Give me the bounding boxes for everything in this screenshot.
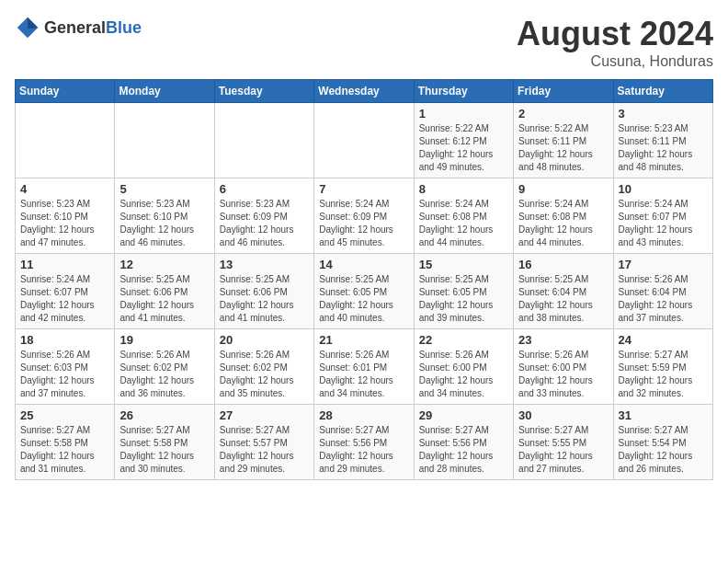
day-detail: Sunrise: 5:23 AM Sunset: 6:11 PM Dayligh… [619, 122, 708, 174]
calendar-cell: 24Sunrise: 5:27 AM Sunset: 5:59 PM Dayli… [613, 329, 712, 405]
calendar-cell: 2Sunrise: 5:22 AM Sunset: 6:11 PM Daylig… [514, 103, 613, 178]
calendar-cell: 7Sunrise: 5:24 AM Sunset: 6:09 PM Daylig… [314, 178, 414, 254]
day-number: 19 [119, 333, 209, 347]
day-detail: Sunrise: 5:27 AM Sunset: 5:59 PM Dayligh… [619, 349, 708, 400]
calendar-cell: 5Sunrise: 5:23 AM Sunset: 6:10 PM Daylig… [115, 178, 214, 254]
weekday-header-saturday: Saturday [613, 80, 712, 103]
calendar-cell [314, 103, 414, 178]
calendar-cell: 17Sunrise: 5:26 AM Sunset: 6:04 PM Dayli… [613, 254, 712, 329]
day-number: 25 [20, 408, 109, 422]
day-detail: Sunrise: 5:26 AM Sunset: 6:02 PM Dayligh… [119, 349, 209, 400]
day-detail: Sunrise: 5:26 AM Sunset: 6:02 PM Dayligh… [220, 349, 309, 400]
calendar-cell: 31Sunrise: 5:27 AM Sunset: 5:54 PM Dayli… [613, 405, 712, 480]
calendar-cell: 27Sunrise: 5:27 AM Sunset: 5:57 PM Dayli… [214, 405, 313, 480]
calendar-cell: 6Sunrise: 5:23 AM Sunset: 6:09 PM Daylig… [214, 178, 313, 254]
day-number: 9 [518, 182, 608, 196]
day-detail: Sunrise: 5:25 AM Sunset: 6:04 PM Dayligh… [518, 273, 608, 325]
day-detail: Sunrise: 5:25 AM Sunset: 6:05 PM Dayligh… [419, 273, 508, 325]
weekday-header-friday: Friday [514, 80, 613, 103]
calendar-week-row: 4Sunrise: 5:23 AM Sunset: 6:10 PM Daylig… [16, 178, 713, 254]
day-detail: Sunrise: 5:24 AM Sunset: 6:09 PM Dayligh… [319, 198, 408, 249]
day-number: 11 [20, 258, 109, 271]
day-detail: Sunrise: 5:26 AM Sunset: 6:00 PM Dayligh… [419, 349, 508, 400]
calendar-table: SundayMondayTuesdayWednesdayThursdayFrid… [15, 79, 713, 480]
calendar-week-row: 11Sunrise: 5:24 AM Sunset: 6:07 PM Dayli… [16, 254, 713, 329]
weekday-header-tuesday: Tuesday [214, 80, 313, 103]
day-detail: Sunrise: 5:26 AM Sunset: 6:00 PM Dayligh… [518, 349, 608, 400]
page-header: GeneralBlue August 2024 Cusuna, Honduras [15, 15, 713, 70]
logo-icon [15, 15, 40, 40]
calendar-cell: 18Sunrise: 5:26 AM Sunset: 6:03 PM Dayli… [16, 329, 115, 405]
calendar-cell: 22Sunrise: 5:26 AM Sunset: 6:00 PM Dayli… [414, 329, 513, 405]
calendar-cell: 20Sunrise: 5:26 AM Sunset: 6:02 PM Dayli… [214, 329, 313, 405]
day-detail: Sunrise: 5:27 AM Sunset: 5:58 PM Dayligh… [20, 424, 109, 476]
calendar-cell: 1Sunrise: 5:22 AM Sunset: 6:12 PM Daylig… [414, 103, 513, 178]
day-detail: Sunrise: 5:22 AM Sunset: 6:11 PM Dayligh… [518, 122, 608, 174]
calendar-title: August 2024 [517, 15, 713, 53]
day-detail: Sunrise: 5:24 AM Sunset: 6:08 PM Dayligh… [518, 198, 608, 249]
weekday-header-wednesday: Wednesday [314, 80, 414, 103]
day-detail: Sunrise: 5:24 AM Sunset: 6:07 PM Dayligh… [619, 198, 708, 249]
calendar-cell: 15Sunrise: 5:25 AM Sunset: 6:05 PM Dayli… [414, 254, 513, 329]
day-number: 8 [419, 182, 508, 196]
day-detail: Sunrise: 5:24 AM Sunset: 6:07 PM Dayligh… [20, 273, 109, 325]
calendar-week-row: 1Sunrise: 5:22 AM Sunset: 6:12 PM Daylig… [16, 103, 713, 178]
calendar-cell: 13Sunrise: 5:25 AM Sunset: 6:06 PM Dayli… [214, 254, 313, 329]
title-block: August 2024 Cusuna, Honduras [517, 15, 713, 70]
day-detail: Sunrise: 5:25 AM Sunset: 6:06 PM Dayligh… [119, 273, 209, 325]
day-number: 14 [319, 258, 408, 271]
day-detail: Sunrise: 5:22 AM Sunset: 6:12 PM Dayligh… [419, 122, 508, 174]
calendar-cell: 29Sunrise: 5:27 AM Sunset: 5:56 PM Dayli… [414, 405, 513, 480]
day-detail: Sunrise: 5:27 AM Sunset: 5:57 PM Dayligh… [220, 424, 309, 476]
calendar-cell: 26Sunrise: 5:27 AM Sunset: 5:58 PM Dayli… [115, 405, 214, 480]
day-number: 12 [119, 258, 209, 271]
day-number: 30 [518, 408, 608, 422]
day-number: 6 [220, 182, 309, 196]
calendar-cell: 10Sunrise: 5:24 AM Sunset: 6:07 PM Dayli… [613, 178, 712, 254]
calendar-cell: 12Sunrise: 5:25 AM Sunset: 6:06 PM Dayli… [115, 254, 214, 329]
day-number: 15 [419, 258, 508, 271]
weekday-header-thursday: Thursday [414, 80, 513, 103]
day-number: 4 [20, 182, 109, 196]
day-number: 23 [518, 333, 608, 347]
day-number: 28 [319, 408, 408, 422]
day-detail: Sunrise: 5:27 AM Sunset: 5:58 PM Dayligh… [119, 424, 209, 476]
day-number: 20 [220, 333, 309, 347]
day-detail: Sunrise: 5:26 AM Sunset: 6:04 PM Dayligh… [619, 273, 708, 325]
calendar-cell: 25Sunrise: 5:27 AM Sunset: 5:58 PM Dayli… [16, 405, 115, 480]
day-detail: Sunrise: 5:23 AM Sunset: 6:10 PM Dayligh… [119, 198, 209, 249]
day-detail: Sunrise: 5:27 AM Sunset: 5:55 PM Dayligh… [518, 424, 608, 476]
calendar-cell: 8Sunrise: 5:24 AM Sunset: 6:08 PM Daylig… [414, 178, 513, 254]
day-number: 7 [319, 182, 408, 196]
day-number: 5 [119, 182, 209, 196]
day-number: 18 [20, 333, 109, 347]
calendar-cell: 3Sunrise: 5:23 AM Sunset: 6:11 PM Daylig… [613, 103, 712, 178]
calendar-cell [115, 103, 214, 178]
calendar-cell: 9Sunrise: 5:24 AM Sunset: 6:08 PM Daylig… [514, 178, 613, 254]
day-number: 31 [619, 408, 708, 422]
logo-text-general: General [44, 18, 106, 37]
day-number: 17 [619, 258, 708, 271]
calendar-week-row: 25Sunrise: 5:27 AM Sunset: 5:58 PM Dayli… [16, 405, 713, 480]
day-detail: Sunrise: 5:26 AM Sunset: 6:01 PM Dayligh… [319, 349, 408, 400]
day-number: 16 [518, 258, 608, 271]
calendar-cell [214, 103, 313, 178]
day-number: 26 [119, 408, 209, 422]
day-detail: Sunrise: 5:24 AM Sunset: 6:08 PM Dayligh… [419, 198, 508, 249]
day-detail: Sunrise: 5:25 AM Sunset: 6:05 PM Dayligh… [319, 273, 408, 325]
day-number: 27 [220, 408, 309, 422]
day-detail: Sunrise: 5:23 AM Sunset: 6:09 PM Dayligh… [220, 198, 309, 249]
day-detail: Sunrise: 5:27 AM Sunset: 5:54 PM Dayligh… [619, 424, 708, 476]
calendar-cell: 28Sunrise: 5:27 AM Sunset: 5:56 PM Dayli… [314, 405, 414, 480]
day-detail: Sunrise: 5:25 AM Sunset: 6:06 PM Dayligh… [220, 273, 309, 325]
calendar-week-row: 18Sunrise: 5:26 AM Sunset: 6:03 PM Dayli… [16, 329, 713, 405]
day-number: 2 [518, 107, 608, 121]
day-number: 22 [419, 333, 508, 347]
calendar-cell: 19Sunrise: 5:26 AM Sunset: 6:02 PM Dayli… [115, 329, 214, 405]
svg-marker-1 [28, 17, 38, 29]
calendar-cell: 16Sunrise: 5:25 AM Sunset: 6:04 PM Dayli… [514, 254, 613, 329]
calendar-location: Cusuna, Honduras [517, 53, 713, 70]
day-number: 10 [619, 182, 708, 196]
logo-text-blue: Blue [106, 18, 142, 37]
calendar-cell: 14Sunrise: 5:25 AM Sunset: 6:05 PM Dayli… [314, 254, 414, 329]
